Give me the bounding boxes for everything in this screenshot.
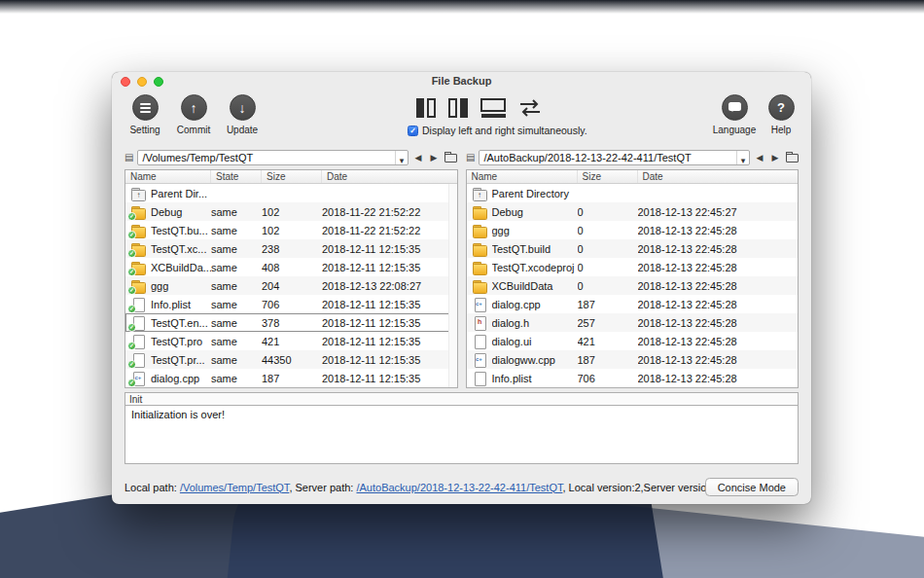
- zoom-button[interactable]: [154, 77, 163, 87]
- table-row[interactable]: ggg 0 2018-12-13 22:45:28: [467, 221, 799, 239]
- sync-check-badge: [127, 231, 136, 239]
- column-header-date[interactable]: Date: [322, 170, 457, 183]
- file-date: 2018-12-13 22:45:28: [638, 280, 799, 292]
- file-name: dialog.h: [492, 317, 578, 329]
- display-sync-checkbox[interactable]: [408, 126, 418, 136]
- column-header-date[interactable]: Date: [638, 170, 799, 183]
- file-tables: Name State Size Date Parent Dir... Debug…: [112, 166, 811, 388]
- file-size: 706: [578, 373, 638, 384]
- version-info: , Local version:2,Server version: 2,Maxi…: [562, 482, 704, 493]
- status-text: Local path: /Volumes/Temp/TestQT, Server…: [124, 482, 705, 493]
- desktop-background: File Backup Setting Commit Update: [0, 0, 924, 578]
- file-size: 44350: [262, 354, 322, 366]
- file-icon: [130, 335, 146, 348]
- file-size: 187: [578, 354, 638, 366]
- log-output[interactable]: Initialization is over!: [124, 406, 799, 464]
- file-state: same: [211, 336, 262, 347]
- table-row[interactable]: XCBuildDa... same 408 2018-12-11 12:15:3…: [125, 258, 457, 276]
- chevron-down-icon[interactable]: [736, 151, 749, 164]
- file-size: 102: [262, 225, 322, 236]
- concise-mode-button[interactable]: Concise Mode: [705, 478, 799, 496]
- file-size: 238: [262, 243, 322, 255]
- file-date: 2018-12-13 22:45:28: [638, 299, 799, 310]
- sync-arrows-icon[interactable]: [517, 96, 543, 120]
- column-header-size[interactable]: Size: [578, 170, 638, 183]
- file-name: TestQT.build: [492, 243, 578, 255]
- update-button[interactable]: Update: [222, 94, 263, 135]
- file-size: 378: [262, 317, 322, 329]
- log-section-label: Init: [124, 392, 799, 406]
- chevron-down-icon[interactable]: [395, 151, 408, 164]
- close-button[interactable]: [121, 77, 130, 87]
- left-open-folder-button[interactable]: [444, 154, 457, 163]
- right-open-folder-button[interactable]: [786, 154, 799, 163]
- horizontal-split-view-icon[interactable]: [480, 96, 507, 120]
- file-icon: [130, 316, 146, 330]
- file-size: 0: [578, 225, 638, 236]
- right-pane-view-icon[interactable]: [447, 96, 469, 120]
- left-file-table: Name State Size Date Parent Dir... Debug…: [124, 169, 458, 388]
- right-forward-button[interactable]: [769, 151, 781, 164]
- file-size: 0: [578, 280, 638, 292]
- sync-check-badge: [127, 268, 136, 276]
- left-pane-view-icon[interactable]: [415, 96, 437, 120]
- setting-button[interactable]: Setting: [124, 94, 165, 135]
- setting-label: Setting: [129, 125, 160, 135]
- language-button[interactable]: Language: [714, 94, 755, 135]
- right-back-button[interactable]: [754, 151, 765, 164]
- table-row[interactable]: TestQT.xc... same 238 2018-12-11 12:15:3…: [125, 239, 457, 258]
- file-size: 187: [578, 299, 638, 310]
- folder-icon: [130, 205, 146, 219]
- local-path-link[interactable]: /Volumes/Temp/TestQT: [180, 482, 290, 493]
- file-state: same: [211, 299, 262, 310]
- commit-label: Commit: [177, 125, 210, 135]
- server-path-link[interactable]: /AutoBackup/2018-12-13-22-42-411/TestQT: [356, 482, 562, 493]
- table-row[interactable]: dialog.h 257 2018-12-13 22:45:28: [467, 313, 799, 332]
- table-row[interactable]: dialog.cpp same 187 2018-12-11 12:15:35: [125, 369, 457, 387]
- file-name: Parent Directory: [492, 188, 578, 199]
- sync-check-badge: [127, 342, 136, 350]
- table-row[interactable]: TestQT.bu... same 102 2018-11-22 21:52:2…: [125, 221, 457, 239]
- table-row[interactable]: Info.plist same 706 2018-12-11 12:15:35: [125, 295, 457, 313]
- table-row[interactable]: dialog.cpp 187 2018-12-13 22:45:28: [467, 295, 799, 313]
- table-row[interactable]: TestQT.pr... same 44350 2018-12-11 12:15…: [125, 350, 457, 369]
- table-row[interactable]: TestQT.build 0 2018-12-13 22:45:28: [467, 239, 799, 258]
- table-row[interactable]: XCBuildData 0 2018-12-13 22:45:28: [467, 276, 799, 295]
- file-name: Debug: [492, 206, 578, 218]
- table-row[interactable]: Parent Dir...: [125, 184, 457, 202]
- table-row[interactable]: Debug 0 2018-12-13 22:45:27: [467, 202, 799, 221]
- commit-button[interactable]: Commit: [173, 94, 214, 135]
- minimize-button[interactable]: [137, 77, 147, 87]
- file-name: XCBuildData: [492, 280, 578, 292]
- left-forward-button[interactable]: [428, 151, 440, 164]
- folder-icon: [472, 205, 487, 219]
- file-date: 2018-12-13 22:08:27: [322, 280, 457, 292]
- file-date: 2018-12-13 22:45:28: [638, 225, 799, 236]
- left-table-header: Name State Size Date: [125, 170, 457, 184]
- table-row[interactable]: TestQT.pro same 421 2018-12-11 12:15:35: [125, 332, 457, 350]
- display-sync-option: Display left and right simultaneously.: [408, 125, 587, 136]
- file-icon: [130, 353, 146, 367]
- table-row[interactable]: ggg same 204 2018-12-13 22:08:27: [125, 276, 457, 295]
- file-date: 2018-12-13 22:45:28: [638, 317, 799, 329]
- table-row[interactable]: Parent Directory: [467, 184, 799, 202]
- column-header-name[interactable]: Name: [467, 170, 578, 183]
- table-row[interactable]: dialogww.cpp 187 2018-12-13 22:45:28: [467, 350, 799, 369]
- table-row[interactable]: Info.plist 706 2018-12-13 22:45:28: [467, 369, 799, 387]
- column-header-size[interactable]: Size: [262, 170, 322, 183]
- column-header-state[interactable]: State: [211, 170, 262, 183]
- left-path-combobox[interactable]: /Volumes/Temp/TestQT: [137, 150, 409, 165]
- table-row[interactable]: TestQT.xcodeproj 0 2018-12-13 22:45:28: [467, 258, 799, 276]
- table-row[interactable]: TestQT.en... same 378 2018-12-11 12:15:3…: [125, 313, 457, 332]
- column-header-name[interactable]: Name: [125, 170, 211, 183]
- folder-icon: [130, 261, 146, 274]
- table-row[interactable]: dialog.ui 421 2018-12-13 22:45:28: [467, 332, 799, 350]
- right-path-combobox[interactable]: /AutoBackup/2018-12-13-22-42-411/TestQT: [479, 150, 750, 165]
- help-button[interactable]: Help: [761, 94, 801, 135]
- question-mark-icon: [768, 94, 795, 121]
- file-size: 0: [578, 262, 638, 273]
- file-icon: [472, 372, 487, 385]
- right-path-text: /AutoBackup/2018-12-13-22-42-411/TestQT: [480, 152, 736, 163]
- table-row[interactable]: Debug same 102 2018-11-22 21:52:22: [125, 202, 457, 221]
- left-back-button[interactable]: [412, 151, 424, 164]
